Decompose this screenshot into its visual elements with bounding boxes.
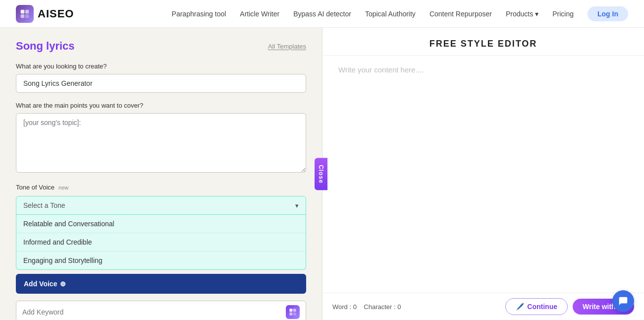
right-panel: Close FREE STYLE EDITOR Write your conte… xyxy=(322,28,644,320)
continue-icon: 🖊️ xyxy=(516,303,524,311)
chevron-down-icon: ▾ xyxy=(295,202,299,209)
tone-option-2[interactable]: Informed and Credible xyxy=(16,233,306,252)
close-tab[interactable]: Close xyxy=(315,158,327,191)
tone-dropdown-container: Select a Tone ▾ Relatable and Conversati… xyxy=(16,196,306,270)
field1-input[interactable] xyxy=(16,74,306,93)
continue-label: Continue xyxy=(527,303,557,311)
svg-rect-6 xyxy=(289,313,292,316)
left-panel: Song lyrics All Templates What are you l… xyxy=(0,28,322,320)
panel-header: Song lyrics All Templates xyxy=(16,40,306,53)
logo-text: AISEO xyxy=(38,7,74,20)
keyword-input-row xyxy=(16,301,306,320)
login-button[interactable]: Log In xyxy=(588,6,628,21)
svg-rect-3 xyxy=(25,14,29,18)
svg-rect-5 xyxy=(293,309,296,312)
chevron-down-icon: ▾ xyxy=(535,10,538,18)
tone-dropdown-selected[interactable]: Select a Tone ▾ xyxy=(16,196,306,215)
tone-option-3[interactable]: Engaging and Storytelling xyxy=(16,252,306,269)
editor-content-area[interactable]: Write your content here.... xyxy=(322,56,644,293)
nav-article-writer[interactable]: Article Writer xyxy=(240,10,279,18)
svg-rect-4 xyxy=(289,309,292,312)
editor-placeholder: Write your content here.... xyxy=(338,65,424,74)
tone-new-badge: new xyxy=(58,185,68,191)
nav-paraphrasing[interactable]: Paraphrasing tool xyxy=(172,10,226,18)
keyword-input[interactable] xyxy=(22,308,282,316)
field1-label: What are you looking to create? xyxy=(16,63,306,70)
tone-dropdown-menu: Relatable and Conversational Informed an… xyxy=(16,215,306,270)
svg-rect-1 xyxy=(25,9,29,13)
svg-rect-2 xyxy=(21,14,25,18)
panel-title: Song lyrics xyxy=(16,40,75,53)
word-char-count: Word : 0 Character : 0 xyxy=(332,303,401,311)
logo[interactable]: AISEO xyxy=(16,5,74,23)
aiseo-keyword-icon xyxy=(286,305,300,319)
tone-option-1[interactable]: Relatable and Conversational xyxy=(16,215,306,233)
main-layout: Song lyrics All Templates What are you l… xyxy=(0,28,644,320)
nav-topical-authority[interactable]: Topical Authority xyxy=(365,10,416,18)
char-count-label: Character : 0 xyxy=(364,303,401,311)
nav-products[interactable]: Products ▾ xyxy=(506,10,538,18)
navbar-links: Paraphrasing tool Article Writer Bypass … xyxy=(172,6,628,21)
nav-pricing[interactable]: Pricing xyxy=(552,10,574,18)
logo-icon xyxy=(16,5,34,23)
continue-button[interactable]: 🖊️ Continue xyxy=(505,298,568,315)
all-templates-link[interactable]: All Templates xyxy=(268,43,306,50)
add-voice-label: Add Voice xyxy=(24,280,57,288)
navbar: AISEO Paraphrasing tool Article Writer B… xyxy=(0,0,644,28)
editor-footer: Word : 0 Character : 0 🖊️ Continue Write… xyxy=(322,293,644,320)
tone-label: Tone of Voice xyxy=(16,184,54,191)
nav-content-repurposer[interactable]: Content Repurposer xyxy=(429,10,492,18)
tone-label-row: Tone of Voice new xyxy=(16,184,306,191)
chat-bubble[interactable] xyxy=(612,290,634,312)
add-voice-button[interactable]: Add Voice ⊕ xyxy=(16,274,306,294)
svg-rect-0 xyxy=(21,9,25,13)
svg-rect-7 xyxy=(293,313,296,316)
editor-title: FREE STYLE EDITOR xyxy=(322,28,644,56)
nav-bypass-ai[interactable]: Bypass AI detector xyxy=(293,10,351,18)
field2-textarea[interactable] xyxy=(16,113,306,173)
plus-circle-icon: ⊕ xyxy=(60,280,66,288)
field2-label: What are the main points you want to cov… xyxy=(16,102,306,109)
tone-selected-label: Select a Tone xyxy=(23,201,65,209)
word-count-label: Word : 0 xyxy=(332,303,357,311)
